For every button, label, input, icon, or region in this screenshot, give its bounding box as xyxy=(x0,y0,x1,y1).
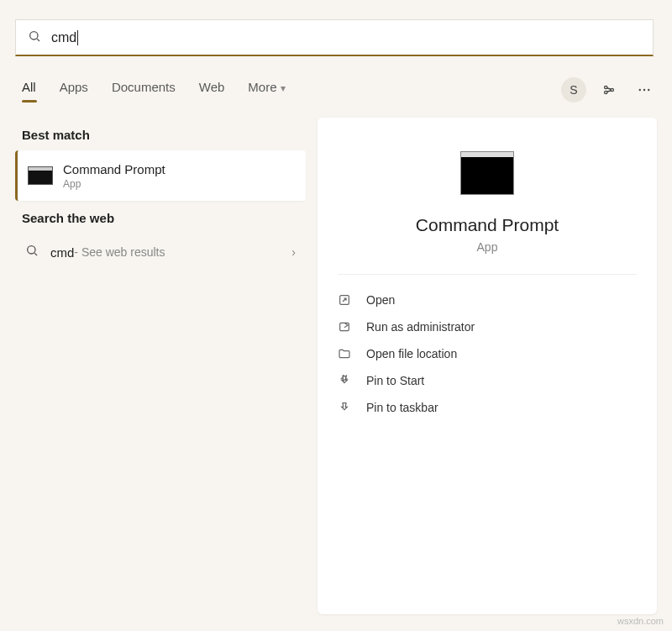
svg-point-3 xyxy=(605,91,607,93)
action-pin-start-label: Pin to Start xyxy=(366,374,424,387)
svg-point-2 xyxy=(605,86,607,88)
action-pin-taskbar-label: Pin to taskbar xyxy=(366,401,438,414)
web-result-left: cmd - See web results xyxy=(25,244,165,260)
preview-app-icon xyxy=(460,151,514,195)
tab-documents[interactable]: Documents xyxy=(112,80,176,101)
svg-line-6 xyxy=(607,91,612,92)
share-icon[interactable] xyxy=(596,77,622,103)
action-open-file-location[interactable]: Open file location xyxy=(338,340,637,367)
tab-all[interactable]: All xyxy=(22,80,36,101)
search-web-header: Search the web xyxy=(22,211,306,225)
best-match-header: Best match xyxy=(22,128,306,142)
action-run-admin-label: Run as administrator xyxy=(366,320,475,334)
action-pin-start[interactable]: Pin to Start xyxy=(338,367,637,394)
svg-point-4 xyxy=(611,88,613,91)
action-pin-taskbar[interactable]: Pin to taskbar xyxy=(338,394,637,421)
tab-web[interactable]: Web xyxy=(199,80,225,101)
user-avatar[interactable]: S xyxy=(561,77,586,103)
search-bar[interactable]: cmd xyxy=(15,19,654,56)
results-list: Best match Command Prompt App Search the… xyxy=(15,118,306,614)
search-web-result[interactable]: cmd - See web results › xyxy=(15,234,306,271)
svg-line-11 xyxy=(34,253,37,255)
action-open[interactable]: Open xyxy=(338,287,637,313)
preview-actions: Open Run as administrator Open file loca… xyxy=(338,287,637,421)
svg-line-5 xyxy=(607,88,612,90)
preview-panel: Command Prompt App Open Run as administr… xyxy=(318,118,657,614)
chevron-right-icon: › xyxy=(291,245,296,259)
tab-more-label: More xyxy=(248,80,276,94)
svg-point-7 xyxy=(639,89,641,91)
search-icon xyxy=(25,244,39,260)
header-controls: S xyxy=(561,77,657,103)
result-text: Command Prompt App xyxy=(63,162,165,190)
results-body: Best match Command Prompt App Search the… xyxy=(15,118,657,614)
svg-point-10 xyxy=(28,246,35,254)
more-options-icon[interactable] xyxy=(632,77,657,103)
action-open-location-label: Open file location xyxy=(366,347,457,360)
filter-tabs: All Apps Documents Web More▾ S xyxy=(22,74,657,106)
svg-point-9 xyxy=(648,89,649,91)
preview-title: Command Prompt xyxy=(416,215,559,235)
preview-subtitle: App xyxy=(477,240,498,254)
divider xyxy=(338,274,637,275)
action-run-administrator[interactable]: Run as administrator xyxy=(338,313,637,340)
best-match-result[interactable]: Command Prompt App xyxy=(15,150,306,201)
tab-apps[interactable]: Apps xyxy=(60,80,88,101)
action-open-label: Open xyxy=(366,293,395,307)
web-query-text: cmd xyxy=(50,245,74,260)
command-prompt-icon xyxy=(28,166,53,185)
web-hint-text: - See web results xyxy=(74,245,165,259)
tab-more[interactable]: More▾ xyxy=(248,80,285,101)
result-subtitle: App xyxy=(63,178,165,190)
svg-point-8 xyxy=(643,89,645,91)
watermark: wsxdn.com xyxy=(617,616,664,626)
result-title: Command Prompt xyxy=(63,162,165,176)
chevron-down-icon: ▾ xyxy=(281,82,286,94)
